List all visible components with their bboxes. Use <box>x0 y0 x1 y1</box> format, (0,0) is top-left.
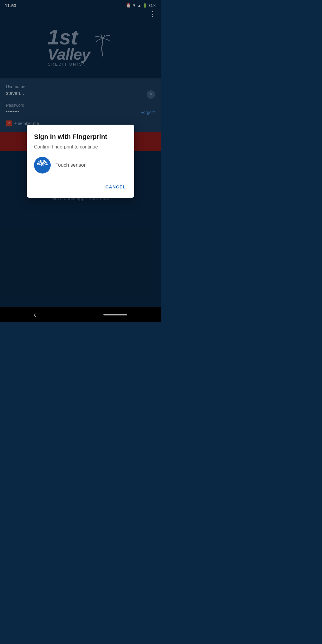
fingerprint-dialog: Sign In with Fingerprint Confirm fingerp… <box>27 125 134 198</box>
dialog-fingerprint-icon <box>34 157 51 174</box>
dialog-subtitle: Confirm fingerprint to continue <box>34 144 127 150</box>
modal-overlay: Sign In with Fingerprint Confirm fingerp… <box>0 0 161 322</box>
svg-point-1 <box>41 164 43 166</box>
cancel-button[interactable]: CANCEL <box>104 182 127 192</box>
dialog-actions: CANCEL <box>34 182 127 192</box>
dialog-fingerprint-row: Touch sensor <box>34 157 127 174</box>
fingerprint-icon <box>37 160 48 171</box>
touch-sensor-label: Touch sensor <box>55 162 86 168</box>
dialog-title: Sign In with Fingerprint <box>34 133 127 141</box>
